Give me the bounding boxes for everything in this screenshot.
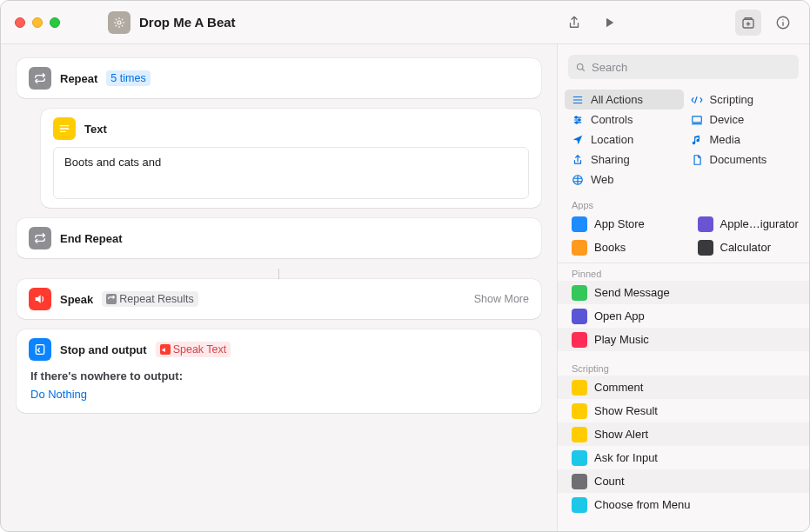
location-icon	[572, 134, 584, 146]
category-documents[interactable]: Documents	[684, 150, 803, 170]
close-window-button[interactable]	[15, 17, 25, 28]
action-label: Comment	[594, 381, 643, 394]
action-speak[interactable]: Speak Repeat Results Show More	[17, 279, 541, 319]
output-fallback-value[interactable]: Do Nothing	[30, 388, 529, 401]
zoom-window-button[interactable]	[50, 17, 60, 28]
category-label: Location	[591, 133, 633, 146]
app-icon	[572, 240, 587, 256]
action-icon	[572, 427, 587, 442]
titlebar: Drop Me A Beat	[1, 1, 809, 44]
category-label: Web	[591, 173, 614, 186]
app-icon	[698, 240, 713, 256]
category-label: Media	[710, 133, 740, 146]
actions-library-button[interactable]	[735, 10, 761, 36]
device-icon	[691, 114, 703, 126]
category-sharing[interactable]: Sharing	[565, 150, 684, 170]
app-label: Apple…igurator	[720, 217, 799, 230]
window-controls	[15, 17, 60, 28]
web-icon	[572, 174, 584, 186]
app-books[interactable]: Books	[558, 236, 684, 259]
run-shortcut-button[interactable]	[596, 10, 622, 36]
action-text[interactable]: Text Boots and cats and	[41, 109, 541, 208]
category-all[interactable]: All Actions	[565, 90, 684, 110]
action-title: Speak	[60, 293, 93, 306]
svg-line-6	[122, 24, 123, 25]
action-choose-from-menu[interactable]: Choose from Menu	[558, 493, 809, 516]
action-label: Send Message	[594, 286, 670, 299]
stop-input-variable-token[interactable]: Speak Text	[156, 342, 231, 357]
svg-point-0	[117, 21, 121, 24]
category-controls[interactable]: Controls	[565, 110, 684, 130]
action-icon	[572, 403, 587, 419]
category-location[interactable]: Location	[565, 130, 684, 150]
info-button[interactable]	[770, 10, 796, 36]
action-open-app[interactable]: Open App	[558, 304, 809, 328]
repeat-icon	[29, 227, 51, 249]
action-send-message[interactable]: Send Message	[558, 281, 809, 304]
shortcut-editor[interactable]: Repeat 5 times Text Boots and cats and	[1, 44, 557, 531]
action-repeat[interactable]: Repeat 5 times	[17, 58, 541, 98]
action-show-result[interactable]: Show Result	[558, 399, 809, 422]
action-show-alert[interactable]: Show Alert	[558, 422, 809, 446]
action-stop-output[interactable]: Stop and output Speak Text If there's no…	[17, 329, 541, 413]
action-label: Play Music	[594, 333, 649, 346]
share-button[interactable]	[561, 10, 587, 36]
action-play-music[interactable]: Play Music	[558, 328, 809, 351]
action-icon	[572, 285, 587, 301]
show-more-button[interactable]: Show More	[474, 293, 529, 305]
action-title: End Repeat	[60, 232, 123, 245]
app-label: Books	[594, 241, 626, 254]
category-scripting[interactable]: Scripting	[684, 90, 803, 110]
action-label: Count	[594, 475, 625, 488]
action-ask-for-input[interactable]: Ask for Input	[558, 446, 809, 469]
text-content-input[interactable]: Boots and cats and	[53, 147, 529, 199]
action-title: Text	[84, 123, 107, 136]
svg-point-19	[577, 63, 583, 70]
action-label: Ask for Input	[594, 451, 658, 464]
category-grid: All ActionsControlsLocationSharingWeb Sc…	[558, 86, 809, 195]
svg-point-14	[782, 19, 783, 20]
action-icon	[572, 309, 587, 324]
shortcut-app-icon	[108, 11, 131, 34]
app-app-store[interactable]: App Store	[558, 212, 684, 236]
search-input[interactable]	[592, 61, 792, 74]
app-icon	[698, 216, 713, 232]
documents-icon	[691, 154, 703, 166]
category-label: Controls	[591, 113, 633, 126]
scripting-icon	[691, 94, 703, 106]
output-fallback-label: If there's nowhere to output:	[30, 369, 529, 382]
app-icon	[572, 216, 587, 232]
speaker-variable-icon	[160, 344, 171, 355]
media-icon	[691, 134, 703, 146]
svg-rect-18	[36, 345, 44, 355]
category-label: Documents	[710, 153, 767, 166]
category-web[interactable]: Web	[565, 170, 684, 190]
app-apple-igurator[interactable]: Apple…igurator	[684, 212, 810, 236]
speak-input-variable-token[interactable]: Repeat Results	[102, 291, 197, 307]
svg-point-27	[575, 116, 577, 117]
svg-point-29	[576, 121, 578, 123]
search-field[interactable]	[568, 55, 799, 79]
text-icon	[53, 117, 76, 140]
svg-point-28	[579, 118, 580, 120]
action-comment[interactable]: Comment	[558, 376, 809, 399]
action-end-repeat[interactable]: End Repeat	[17, 218, 541, 258]
category-media[interactable]: Media	[684, 130, 803, 150]
category-label: Sharing	[591, 153, 630, 166]
action-label: Choose from Menu	[594, 498, 691, 511]
search-icon	[575, 62, 586, 73]
minimize-window-button[interactable]	[32, 17, 43, 28]
svg-rect-21	[573, 96, 583, 96]
action-label: Show Result	[594, 404, 658, 417]
connector-line	[278, 269, 279, 279]
category-device[interactable]: Device	[684, 110, 803, 130]
app-label: Calculator	[720, 241, 772, 254]
speaker-icon	[29, 288, 51, 310]
app-calculator[interactable]: Calculator	[684, 236, 810, 259]
repeat-count-token[interactable]: 5 times	[106, 70, 150, 86]
svg-rect-22	[573, 99, 583, 100]
sharing-icon	[572, 154, 584, 166]
svg-line-20	[582, 69, 585, 71]
svg-line-5	[116, 18, 117, 19]
action-count[interactable]: Count	[558, 469, 809, 493]
